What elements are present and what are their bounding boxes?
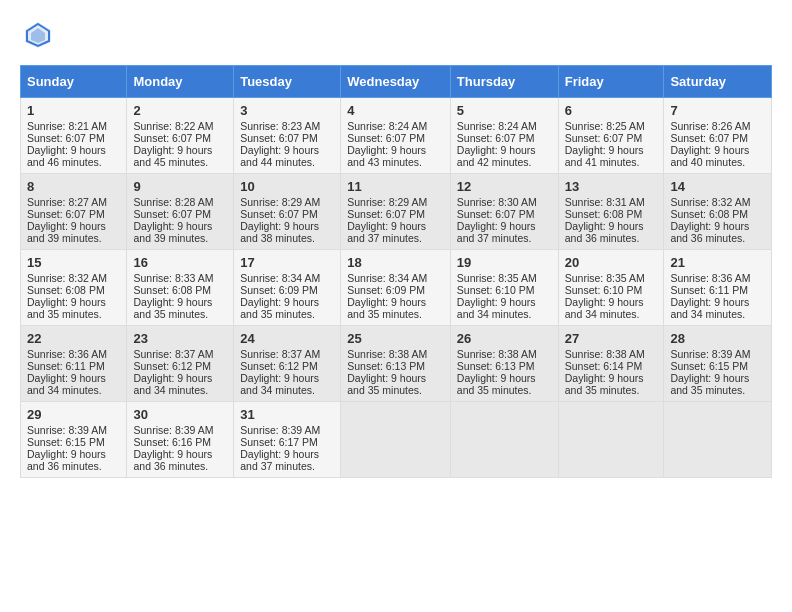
sunrise: Sunrise: 8:39 AM	[240, 424, 320, 436]
sunset: Sunset: 6:17 PM	[240, 436, 318, 448]
day-number: 17	[240, 255, 334, 270]
day-number: 13	[565, 179, 658, 194]
calendar-week-row: 29Sunrise: 8:39 AMSunset: 6:15 PMDayligh…	[21, 402, 772, 478]
daylight: Daylight: 9 hours and 46 minutes.	[27, 144, 106, 168]
weekday-header: Thursday	[450, 66, 558, 98]
sunset: Sunset: 6:13 PM	[347, 360, 425, 372]
sunset: Sunset: 6:07 PM	[133, 208, 211, 220]
daylight: Daylight: 9 hours and 34 minutes.	[670, 296, 749, 320]
sunrise: Sunrise: 8:39 AM	[27, 424, 107, 436]
sunrise: Sunrise: 8:26 AM	[670, 120, 750, 132]
daylight: Daylight: 9 hours and 35 minutes.	[670, 372, 749, 396]
sunrise: Sunrise: 8:32 AM	[27, 272, 107, 284]
daylight: Daylight: 9 hours and 34 minutes.	[240, 372, 319, 396]
sunrise: Sunrise: 8:29 AM	[347, 196, 427, 208]
calendar-cell: 18Sunrise: 8:34 AMSunset: 6:09 PMDayligh…	[341, 250, 451, 326]
sunset: Sunset: 6:07 PM	[27, 132, 105, 144]
calendar-cell: 2Sunrise: 8:22 AMSunset: 6:07 PMDaylight…	[127, 98, 234, 174]
daylight: Daylight: 9 hours and 37 minutes.	[240, 448, 319, 472]
sunset: Sunset: 6:07 PM	[670, 132, 748, 144]
calendar-cell	[341, 402, 451, 478]
day-number: 5	[457, 103, 552, 118]
sunset: Sunset: 6:08 PM	[133, 284, 211, 296]
day-number: 19	[457, 255, 552, 270]
sunrise: Sunrise: 8:22 AM	[133, 120, 213, 132]
sunrise: Sunrise: 8:34 AM	[240, 272, 320, 284]
day-number: 30	[133, 407, 227, 422]
sunset: Sunset: 6:15 PM	[670, 360, 748, 372]
calendar-cell: 7Sunrise: 8:26 AMSunset: 6:07 PMDaylight…	[664, 98, 772, 174]
logo-icon	[23, 20, 53, 50]
calendar-cell: 13Sunrise: 8:31 AMSunset: 6:08 PMDayligh…	[558, 174, 664, 250]
calendar-cell: 28Sunrise: 8:39 AMSunset: 6:15 PMDayligh…	[664, 326, 772, 402]
sunset: Sunset: 6:08 PM	[27, 284, 105, 296]
calendar-cell	[558, 402, 664, 478]
sunset: Sunset: 6:07 PM	[240, 208, 318, 220]
daylight: Daylight: 9 hours and 40 minutes.	[670, 144, 749, 168]
calendar-week-row: 22Sunrise: 8:36 AMSunset: 6:11 PMDayligh…	[21, 326, 772, 402]
calendar-cell: 3Sunrise: 8:23 AMSunset: 6:07 PMDaylight…	[234, 98, 341, 174]
calendar-cell: 4Sunrise: 8:24 AMSunset: 6:07 PMDaylight…	[341, 98, 451, 174]
sunset: Sunset: 6:11 PM	[27, 360, 105, 372]
sunrise: Sunrise: 8:25 AM	[565, 120, 645, 132]
sunset: Sunset: 6:12 PM	[240, 360, 318, 372]
sunset: Sunset: 6:10 PM	[565, 284, 643, 296]
calendar-cell: 12Sunrise: 8:30 AMSunset: 6:07 PMDayligh…	[450, 174, 558, 250]
sunrise: Sunrise: 8:38 AM	[457, 348, 537, 360]
day-number: 8	[27, 179, 120, 194]
daylight: Daylight: 9 hours and 36 minutes.	[565, 220, 644, 244]
daylight: Daylight: 9 hours and 34 minutes.	[457, 296, 536, 320]
daylight: Daylight: 9 hours and 35 minutes.	[347, 296, 426, 320]
calendar-cell: 17Sunrise: 8:34 AMSunset: 6:09 PMDayligh…	[234, 250, 341, 326]
calendar-cell: 25Sunrise: 8:38 AMSunset: 6:13 PMDayligh…	[341, 326, 451, 402]
calendar-cell: 27Sunrise: 8:38 AMSunset: 6:14 PMDayligh…	[558, 326, 664, 402]
calendar-cell	[450, 402, 558, 478]
daylight: Daylight: 9 hours and 36 minutes.	[27, 448, 106, 472]
sunset: Sunset: 6:07 PM	[240, 132, 318, 144]
daylight: Daylight: 9 hours and 35 minutes.	[457, 372, 536, 396]
weekday-header: Tuesday	[234, 66, 341, 98]
daylight: Daylight: 9 hours and 36 minutes.	[670, 220, 749, 244]
daylight: Daylight: 9 hours and 38 minutes.	[240, 220, 319, 244]
daylight: Daylight: 9 hours and 45 minutes.	[133, 144, 212, 168]
day-number: 31	[240, 407, 334, 422]
sunrise: Sunrise: 8:31 AM	[565, 196, 645, 208]
sunset: Sunset: 6:08 PM	[565, 208, 643, 220]
daylight: Daylight: 9 hours and 43 minutes.	[347, 144, 426, 168]
daylight: Daylight: 9 hours and 35 minutes.	[27, 296, 106, 320]
sunrise: Sunrise: 8:34 AM	[347, 272, 427, 284]
sunrise: Sunrise: 8:33 AM	[133, 272, 213, 284]
calendar-week-row: 8Sunrise: 8:27 AMSunset: 6:07 PMDaylight…	[21, 174, 772, 250]
logo-text	[20, 20, 53, 55]
day-number: 7	[670, 103, 765, 118]
sunset: Sunset: 6:07 PM	[133, 132, 211, 144]
calendar-cell: 11Sunrise: 8:29 AMSunset: 6:07 PMDayligh…	[341, 174, 451, 250]
daylight: Daylight: 9 hours and 35 minutes.	[565, 372, 644, 396]
sunrise: Sunrise: 8:38 AM	[347, 348, 427, 360]
daylight: Daylight: 9 hours and 42 minutes.	[457, 144, 536, 168]
sunset: Sunset: 6:07 PM	[565, 132, 643, 144]
sunrise: Sunrise: 8:27 AM	[27, 196, 107, 208]
calendar-cell: 22Sunrise: 8:36 AMSunset: 6:11 PMDayligh…	[21, 326, 127, 402]
day-number: 10	[240, 179, 334, 194]
sunrise: Sunrise: 8:36 AM	[670, 272, 750, 284]
weekday-header: Wednesday	[341, 66, 451, 98]
day-number: 6	[565, 103, 658, 118]
day-number: 2	[133, 103, 227, 118]
sunset: Sunset: 6:13 PM	[457, 360, 535, 372]
calendar-week-row: 1Sunrise: 8:21 AMSunset: 6:07 PMDaylight…	[21, 98, 772, 174]
day-number: 3	[240, 103, 334, 118]
daylight: Daylight: 9 hours and 39 minutes.	[133, 220, 212, 244]
sunrise: Sunrise: 8:21 AM	[27, 120, 107, 132]
sunrise: Sunrise: 8:36 AM	[27, 348, 107, 360]
day-number: 16	[133, 255, 227, 270]
sunset: Sunset: 6:07 PM	[347, 208, 425, 220]
sunset: Sunset: 6:09 PM	[347, 284, 425, 296]
daylight: Daylight: 9 hours and 44 minutes.	[240, 144, 319, 168]
sunset: Sunset: 6:07 PM	[27, 208, 105, 220]
sunset: Sunset: 6:16 PM	[133, 436, 211, 448]
calendar-cell: 5Sunrise: 8:24 AMSunset: 6:07 PMDaylight…	[450, 98, 558, 174]
day-number: 11	[347, 179, 444, 194]
daylight: Daylight: 9 hours and 37 minutes.	[347, 220, 426, 244]
calendar-cell: 8Sunrise: 8:27 AMSunset: 6:07 PMDaylight…	[21, 174, 127, 250]
